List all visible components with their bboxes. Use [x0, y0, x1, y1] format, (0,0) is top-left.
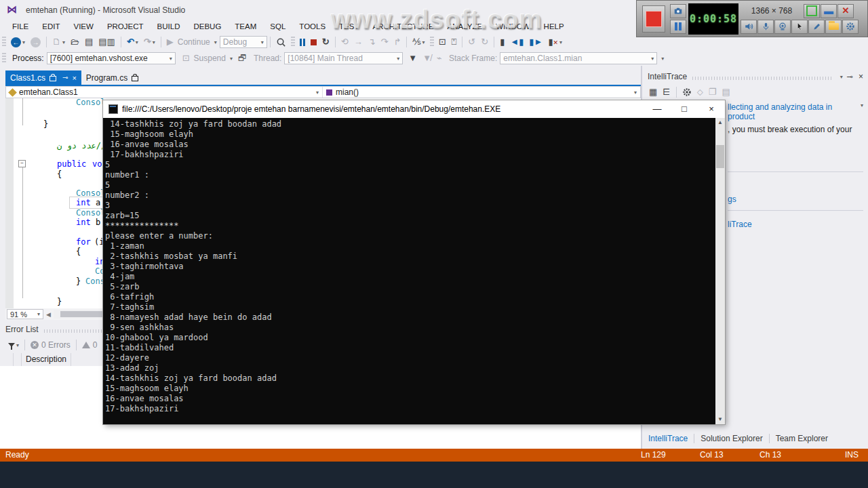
scroll-left-arrow[interactable]: ◀	[46, 311, 51, 318]
recorder-minimize-button[interactable]: ▬	[821, 4, 837, 18]
close-button[interactable]: ×	[698, 101, 725, 117]
immediate-window-button[interactable]: ⍞	[450, 35, 458, 49]
menu-architecture[interactable]: ARCHITECTURE	[366, 20, 440, 33]
find-button[interactable]	[275, 35, 288, 49]
apply-code-changes-button[interactable]: ⟲	[340, 35, 350, 49]
show-in-window-button[interactable]: ❐	[707, 85, 718, 99]
console-scrollbar[interactable]: ▲ ▼	[715, 118, 725, 424]
console-output[interactable]: 14-tashkhis zoj ya fard boodan adad 15-m…	[103, 118, 715, 424]
output-window-button[interactable]: ⊡	[437, 35, 448, 49]
warnings-toggle-button[interactable]: 0	[81, 338, 99, 352]
recorder-cursor-button[interactable]	[791, 20, 808, 34]
tab-intellitrace[interactable]: IntelliTrace	[642, 434, 694, 443]
save-all-button[interactable]: ▤▥	[97, 35, 117, 49]
filter-flagged-button[interactable]: ▼̸	[421, 52, 433, 65]
step-out-button[interactable]: ↱	[392, 35, 402, 49]
menu-file[interactable]: FILE	[5, 20, 35, 33]
filter-threads-button[interactable]: ▼	[407, 52, 418, 65]
toggle-bookmark-button[interactable]: ▮	[498, 35, 506, 49]
navigate-back-button[interactable]: ←▾	[9, 35, 26, 49]
toolbar-grip[interactable]	[2, 53, 6, 64]
stop-debugging-button[interactable]	[309, 35, 318, 49]
show-next-statement-button[interactable]: →	[353, 35, 364, 49]
solution-configuration-dropdown[interactable]: Debug▾	[220, 36, 267, 48]
maximize-button[interactable]: □	[671, 101, 698, 117]
clear-bookmarks-button[interactable]: ▮✕▾	[547, 35, 564, 49]
error-filter-button[interactable]: ▾	[7, 338, 20, 352]
collapse-region-toggle[interactable]: −	[18, 160, 26, 167]
menu-build[interactable]: BUILD	[151, 20, 187, 33]
redo-button[interactable]: ↷▾	[142, 35, 157, 49]
console-scrollbar-thumb[interactable]	[716, 145, 724, 168]
step-over-button[interactable]: ↷	[380, 35, 390, 49]
member-dropdown[interactable]: mian() ▾	[323, 87, 640, 98]
recorder-settings-button[interactable]	[842, 20, 859, 34]
close-icon[interactable]: ×	[859, 72, 863, 81]
tab-program-cs[interactable]: Program.cs	[81, 70, 146, 85]
toolbar-overflow[interactable]: ▾	[661, 56, 664, 62]
redo-navigation-button[interactable]: ↻	[479, 35, 490, 49]
toolbar-grip[interactable]	[2, 37, 6, 47]
navigate-forward-button[interactable]: →	[29, 35, 42, 49]
pin-icon[interactable]: ⊸	[847, 73, 853, 81]
menu-help[interactable]: HELP	[537, 20, 571, 33]
recorder-folder-button[interactable]	[825, 20, 842, 34]
scroll-down-arrow[interactable]: ▼	[715, 415, 725, 424]
events-view-button[interactable]: ▦	[648, 85, 658, 99]
tab-team-explorer[interactable]: Team Explorer	[770, 434, 834, 443]
toolbar-grip[interactable]	[430, 37, 434, 47]
tab-solution-explorer[interactable]: Solution Explorer	[694, 434, 769, 443]
severity-column[interactable]	[5, 353, 14, 366]
next-bookmark-button[interactable]: ▮►	[528, 35, 544, 49]
menu-view[interactable]: VIEW	[67, 20, 100, 33]
editor-zoom-dropdown[interactable]: 91 %▾	[7, 309, 43, 319]
open-file-button[interactable]: 🗁	[69, 35, 81, 49]
menu-debug[interactable]: DEBUG	[186, 20, 228, 33]
screenshot-button[interactable]	[670, 4, 686, 18]
errors-toggle-button[interactable]: ✕0 Errors	[29, 338, 72, 352]
minimize-button[interactable]: —	[644, 101, 671, 117]
console-title-bar[interactable]: file:///C:/Users/lenovo/Desktop/proje em…	[103, 100, 725, 118]
learn-intellitrace-link[interactable]: liTrace	[728, 220, 752, 229]
recorder-webcam-button[interactable]	[774, 20, 791, 34]
recorder-close-button[interactable]: ✕	[837, 4, 854, 18]
thread-dropdown[interactable]: [10864] Main Thread▾	[284, 52, 403, 64]
save-trace-button[interactable]: ▤	[720, 85, 731, 99]
menu-tools[interactable]: TOOLS	[292, 20, 332, 33]
menu-sql[interactable]: SQL	[263, 20, 292, 33]
recorder-microphone-button[interactable]	[757, 20, 774, 34]
suspended-only-button[interactable]: ⌁	[435, 52, 443, 65]
menu-edit[interactable]: EDIT	[35, 20, 66, 33]
process-dropdown[interactable]: [7600] emtehan.vshost.exe▾	[47, 52, 176, 64]
restart-button[interactable]: ↻	[321, 35, 331, 49]
menu-window[interactable]: WINDOW	[489, 20, 536, 33]
suspend-button[interactable]: ⊡Suspend▾	[181, 52, 234, 65]
undo-navigation-button[interactable]: ↺	[467, 35, 477, 49]
settings-link[interactable]: gs	[728, 195, 736, 204]
region-select-button[interactable]	[804, 4, 820, 18]
class-dropdown[interactable]: emtehan.Class1 ▾	[6, 87, 323, 98]
continue-button[interactable]: ▶Continue▾	[165, 35, 218, 49]
new-file-button[interactable]: 🗋▾	[51, 35, 66, 49]
intellitrace-settings-button[interactable]	[681, 85, 693, 99]
description-column-header[interactable]: Description	[22, 353, 71, 366]
stack-frame-dropdown[interactable]: emtehan.Class1.mian▾	[500, 52, 657, 64]
recorder-draw-button[interactable]	[808, 20, 825, 34]
hex-display-button[interactable]: ⅍▾	[411, 35, 426, 49]
learn-more-link[interactable]: llecting and analyzing data in product	[728, 102, 859, 121]
previous-bookmark-button[interactable]: ◄▮	[509, 35, 525, 49]
menu-test[interactable]: TEST	[332, 20, 366, 33]
intellitrace-header[interactable]: IntelliTrace ▾ ⊸ ×	[648, 72, 863, 81]
console-window[interactable]: file:///C:/Users/lenovo/Desktop/proje em…	[103, 100, 725, 424]
menu-team[interactable]: TEAM	[228, 20, 263, 33]
pause-recording-button[interactable]	[670, 20, 686, 34]
window-position-icon[interactable]: ▾	[840, 74, 843, 80]
close-icon[interactable]: ×	[72, 74, 76, 82]
menu-analyze[interactable]: ANALYZE	[441, 20, 490, 33]
record-stop-button[interactable]	[642, 5, 665, 33]
undo-button[interactable]: ↶▾	[125, 35, 140, 49]
pin-icon[interactable]: ⊸	[62, 74, 68, 81]
toolbar-grip[interactable]	[291, 37, 295, 47]
tab-class1-cs[interactable]: Class1.cs ⊸ ×	[5, 70, 81, 85]
menu-project[interactable]: PROJECT	[100, 20, 151, 33]
